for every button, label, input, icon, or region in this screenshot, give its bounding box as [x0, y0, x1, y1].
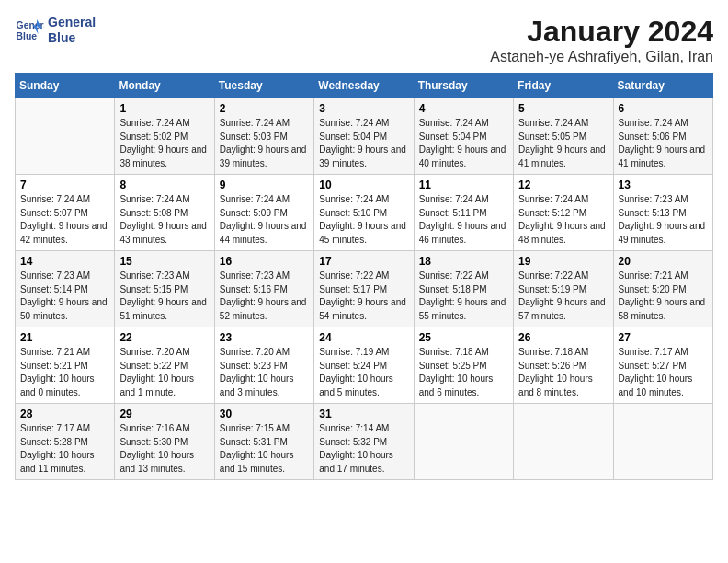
cell-info: Sunrise: 7:24 AM Sunset: 5:04 PM Dayligh…: [419, 117, 508, 170]
calendar-cell: 11Sunrise: 7:24 AM Sunset: 5:11 PM Dayli…: [414, 175, 513, 251]
cell-info: Sunrise: 7:21 AM Sunset: 5:20 PM Dayligh…: [619, 270, 708, 323]
calendar-cell: 27Sunrise: 7:17 AM Sunset: 5:27 PM Dayli…: [613, 327, 712, 404]
day-number: 17: [319, 255, 408, 268]
calendar-cell: 12Sunrise: 7:24 AM Sunset: 5:12 PM Dayli…: [514, 175, 613, 251]
calendar-cell: 22Sunrise: 7:20 AM Sunset: 5:22 PM Dayli…: [115, 327, 214, 404]
cell-info: Sunrise: 7:22 AM Sunset: 5:18 PM Dayligh…: [419, 270, 508, 323]
day-number: 28: [20, 408, 109, 420]
calendar-cell: 30Sunrise: 7:15 AM Sunset: 5:31 PM Dayli…: [214, 404, 313, 480]
cell-info: Sunrise: 7:24 AM Sunset: 5:03 PM Dayligh…: [220, 117, 309, 170]
calendar-cell: 4Sunrise: 7:24 AM Sunset: 5:04 PM Daylig…: [414, 98, 513, 175]
day-number: 2: [220, 102, 309, 115]
day-number: 30: [220, 408, 309, 420]
calendar-cell: 1Sunrise: 7:24 AM Sunset: 5:02 PM Daylig…: [115, 98, 214, 175]
day-number: 22: [119, 331, 209, 344]
calendar-cell: 19Sunrise: 7:22 AM Sunset: 5:19 PM Dayli…: [514, 251, 613, 327]
calendar-cell: 25Sunrise: 7:18 AM Sunset: 5:25 PM Dayli…: [414, 327, 513, 404]
day-number: 13: [619, 178, 708, 191]
calendar-cell: 9Sunrise: 7:24 AM Sunset: 5:09 PM Daylig…: [214, 175, 313, 251]
logo: General Blue General Blue: [15, 15, 96, 46]
logo-icon: General Blue: [15, 16, 44, 45]
cell-info: Sunrise: 7:23 AM Sunset: 5:16 PM Dayligh…: [220, 270, 309, 323]
day-number: 12: [518, 178, 608, 191]
cell-info: Sunrise: 7:14 AM Sunset: 5:32 PM Dayligh…: [319, 422, 408, 476]
day-header-wednesday: Wednesday: [314, 74, 414, 98]
cell-info: Sunrise: 7:24 AM Sunset: 5:02 PM Dayligh…: [119, 117, 209, 170]
title-area: January 2024 Astaneh-ye Ashrafiyeh, Gila…: [490, 15, 713, 65]
cell-info: Sunrise: 7:24 AM Sunset: 5:06 PM Dayligh…: [619, 117, 708, 170]
day-number: 31: [319, 408, 408, 420]
cell-info: Sunrise: 7:20 AM Sunset: 5:22 PM Dayligh…: [119, 346, 209, 399]
calendar-cell: 31Sunrise: 7:14 AM Sunset: 5:32 PM Dayli…: [314, 404, 414, 480]
calendar-cell: 29Sunrise: 7:16 AM Sunset: 5:30 PM Dayli…: [115, 404, 214, 480]
cell-info: Sunrise: 7:23 AM Sunset: 5:13 PM Dayligh…: [619, 193, 708, 247]
day-number: 3: [319, 102, 408, 115]
week-row-3: 14Sunrise: 7:23 AM Sunset: 5:14 PM Dayli…: [16, 251, 713, 327]
calendar-cell: 26Sunrise: 7:18 AM Sunset: 5:26 PM Dayli…: [514, 327, 613, 404]
cell-info: Sunrise: 7:24 AM Sunset: 5:04 PM Dayligh…: [319, 117, 408, 170]
days-header-row: SundayMondayTuesdayWednesdayThursdayFrid…: [16, 74, 713, 98]
day-number: 15: [119, 255, 209, 268]
cell-info: Sunrise: 7:24 AM Sunset: 5:05 PM Dayligh…: [518, 117, 608, 170]
cell-info: Sunrise: 7:24 AM Sunset: 5:08 PM Dayligh…: [119, 193, 209, 247]
calendar-cell: [613, 404, 712, 480]
calendar-cell: [414, 404, 513, 480]
calendar-cell: 14Sunrise: 7:23 AM Sunset: 5:14 PM Dayli…: [16, 251, 115, 327]
cell-info: Sunrise: 7:20 AM Sunset: 5:23 PM Dayligh…: [220, 346, 309, 399]
calendar-cell: 7Sunrise: 7:24 AM Sunset: 5:07 PM Daylig…: [16, 175, 115, 251]
day-header-saturday: Saturday: [613, 74, 712, 98]
day-number: 20: [619, 255, 708, 268]
calendar-cell: 21Sunrise: 7:21 AM Sunset: 5:21 PM Dayli…: [16, 327, 115, 404]
cell-info: Sunrise: 7:21 AM Sunset: 5:21 PM Dayligh…: [20, 346, 109, 399]
svg-text:Blue: Blue: [17, 30, 38, 40]
calendar-cell: 5Sunrise: 7:24 AM Sunset: 5:05 PM Daylig…: [514, 98, 613, 175]
week-row-2: 7Sunrise: 7:24 AM Sunset: 5:07 PM Daylig…: [16, 175, 713, 251]
calendar-cell: 13Sunrise: 7:23 AM Sunset: 5:13 PM Dayli…: [613, 175, 712, 251]
calendar-cell: [514, 404, 613, 480]
cell-info: Sunrise: 7:18 AM Sunset: 5:26 PM Dayligh…: [518, 346, 608, 399]
day-header-monday: Monday: [115, 74, 214, 98]
cell-info: Sunrise: 7:23 AM Sunset: 5:14 PM Dayligh…: [20, 270, 109, 323]
cell-info: Sunrise: 7:22 AM Sunset: 5:19 PM Dayligh…: [518, 270, 608, 323]
calendar-cell: [16, 98, 115, 175]
day-header-sunday: Sunday: [16, 74, 115, 98]
calendar-cell: 23Sunrise: 7:20 AM Sunset: 5:23 PM Dayli…: [214, 327, 313, 404]
calendar-cell: 17Sunrise: 7:22 AM Sunset: 5:17 PM Dayli…: [314, 251, 414, 327]
cell-info: Sunrise: 7:19 AM Sunset: 5:24 PM Dayligh…: [319, 346, 408, 399]
calendar-cell: 24Sunrise: 7:19 AM Sunset: 5:24 PM Dayli…: [314, 327, 414, 404]
header: General Blue General Blue January 2024 A…: [15, 15, 713, 65]
main-title: January 2024: [490, 15, 713, 49]
day-number: 8: [119, 178, 209, 191]
day-number: 23: [220, 331, 309, 344]
logo-line1: General: [48, 15, 96, 30]
cell-info: Sunrise: 7:24 AM Sunset: 5:10 PM Dayligh…: [319, 193, 408, 247]
calendar-cell: 6Sunrise: 7:24 AM Sunset: 5:06 PM Daylig…: [613, 98, 712, 175]
calendar-cell: 20Sunrise: 7:21 AM Sunset: 5:20 PM Dayli…: [613, 251, 712, 327]
cell-info: Sunrise: 7:24 AM Sunset: 5:11 PM Dayligh…: [419, 193, 508, 247]
day-header-tuesday: Tuesday: [214, 74, 313, 98]
calendar-cell: 2Sunrise: 7:24 AM Sunset: 5:03 PM Daylig…: [214, 98, 313, 175]
day-number: 9: [220, 178, 309, 191]
day-number: 27: [619, 331, 708, 344]
cell-info: Sunrise: 7:18 AM Sunset: 5:25 PM Dayligh…: [419, 346, 508, 399]
cell-info: Sunrise: 7:24 AM Sunset: 5:12 PM Dayligh…: [518, 193, 608, 247]
day-number: 11: [419, 178, 508, 191]
cell-info: Sunrise: 7:23 AM Sunset: 5:15 PM Dayligh…: [119, 270, 209, 323]
day-number: 18: [419, 255, 508, 268]
day-number: 14: [20, 255, 109, 268]
calendar-cell: 18Sunrise: 7:22 AM Sunset: 5:18 PM Dayli…: [414, 251, 513, 327]
day-number: 16: [220, 255, 309, 268]
day-number: 4: [419, 102, 508, 115]
day-number: 25: [419, 331, 508, 344]
day-number: 21: [20, 331, 109, 344]
cell-info: Sunrise: 7:15 AM Sunset: 5:31 PM Dayligh…: [220, 422, 309, 476]
day-number: 5: [518, 102, 608, 115]
day-number: 19: [518, 255, 608, 268]
day-number: 26: [518, 331, 608, 344]
day-number: 1: [119, 102, 209, 115]
calendar-cell: 15Sunrise: 7:23 AM Sunset: 5:15 PM Dayli…: [115, 251, 214, 327]
cell-info: Sunrise: 7:16 AM Sunset: 5:30 PM Dayligh…: [119, 422, 209, 476]
cell-info: Sunrise: 7:24 AM Sunset: 5:09 PM Dayligh…: [220, 193, 309, 247]
calendar-cell: 3Sunrise: 7:24 AM Sunset: 5:04 PM Daylig…: [314, 98, 414, 175]
cell-info: Sunrise: 7:17 AM Sunset: 5:28 PM Dayligh…: [20, 422, 109, 476]
